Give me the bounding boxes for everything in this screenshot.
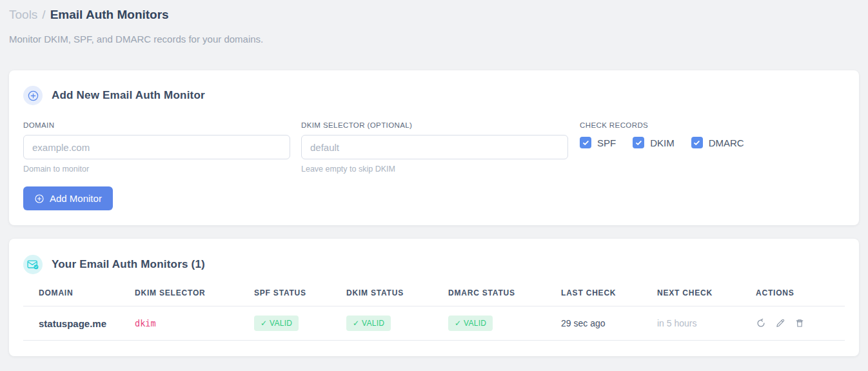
check-records-group: CHECK RECORDS SPF DKIM [579,121,744,174]
check-records-options: SPF DKIM DMARC [580,137,744,148]
domain-field-label: DOMAIN [23,121,290,129]
monitors-card-header: Your Email Auth Monitors (1) [23,255,845,274]
add-monitor-card-header: Add New Email Auth Monitor [23,86,845,105]
page-subtitle: Monitor DKIM, SPF, and DMARC records for… [9,34,859,45]
dkim-selector-field-hint: Leave empty to skip DKIM [301,165,568,174]
monitors-card: Your Email Auth Monitors (1) DOMAIN DKIM… [9,239,859,356]
envelope-check-icon [23,255,43,274]
monitors-table-wrap: DOMAIN DKIM SELECTOR SPF STATUS DKIM STA… [23,288,845,341]
refresh-button[interactable] [756,318,766,328]
checkbox-checked-icon [580,137,591,148]
dkim-status-badge: ✓ VALID [346,316,391,331]
table-row: statuspage.me dkim ✓ VALID ✓ VALID ✓ VAL… [23,306,845,341]
column-header-last-check: LAST CHECK [561,288,657,306]
domain-field-hint: Domain to monitor [23,165,290,174]
pencil-icon [775,318,785,328]
dmarc-status-badge: ✓ VALID [448,316,493,331]
checkbox-checked-icon [691,137,703,148]
domain-input[interactable] [23,135,290,159]
monitor-last-check: 29 sec ago [561,306,657,341]
check-records-label: CHECK RECORDS [580,121,744,129]
column-header-actions: ACTIONS [756,288,845,306]
column-header-dkim-selector: DKIM SELECTOR [135,288,254,306]
plus-circle-icon [34,194,44,204]
spf-status-badge: ✓ VALID [254,316,299,331]
page-title: Email Auth Monitors [50,8,169,21]
breadcrumb-tools-link[interactable]: Tools [9,8,37,21]
add-monitor-button-label: Add Monitor [50,193,102,204]
edit-button[interactable] [775,318,785,328]
monitor-domain: statuspage.me [23,306,135,341]
monitor-next-check: in 5 hours [657,306,756,341]
checkbox-spf-label: SPF [597,137,616,148]
checkbox-dkim[interactable]: DKIM [633,137,675,148]
add-monitor-button[interactable]: Add Monitor [23,186,113,210]
column-header-domain: DOMAIN [23,288,135,306]
monitors-card-title: Your Email Auth Monitors (1) [52,258,205,271]
row-actions [756,318,840,328]
breadcrumb: Tools/Email Auth Monitors [9,0,859,23]
checkbox-spf[interactable]: SPF [580,137,616,148]
refresh-icon [756,318,766,328]
dkim-selector-field-label: DKIM SELECTOR (OPTIONAL) [301,121,568,129]
table-header-row: DOMAIN DKIM SELECTOR SPF STATUS DKIM STA… [23,288,845,306]
dkim-selector-input[interactable] [301,135,568,159]
monitors-table: DOMAIN DKIM SELECTOR SPF STATUS DKIM STA… [23,288,845,341]
delete-button[interactable] [794,318,805,328]
checkbox-dmarc[interactable]: DMARC [691,137,744,148]
checkbox-checked-icon [633,137,644,148]
checkbox-dkim-label: DKIM [650,137,675,148]
column-header-spf-status: SPF STATUS [254,288,346,306]
monitor-dkim-selector: dkim [135,306,254,341]
checkbox-dmarc-label: DMARC [709,137,744,148]
column-header-dmarc-status: DMARC STATUS [448,288,561,306]
breadcrumb-separator: / [42,8,45,21]
add-monitor-form: DOMAIN Domain to monitor DKIM SELECTOR (… [23,121,845,174]
add-monitor-card: Add New Email Auth Monitor DOMAIN Domain… [9,70,859,225]
column-header-dkim-status: DKIM STATUS [346,288,448,306]
domain-field-group: DOMAIN Domain to monitor [23,121,290,174]
email-auth-monitors-page: Tools/Email Auth Monitors Monitor DKIM, … [0,0,868,356]
add-monitor-card-title: Add New Email Auth Monitor [52,89,205,102]
trash-icon [794,318,805,328]
plus-circle-icon [23,86,43,105]
dkim-selector-field-group: DKIM SELECTOR (OPTIONAL) Leave empty to … [301,121,568,174]
column-header-next-check: NEXT CHECK [657,288,756,306]
